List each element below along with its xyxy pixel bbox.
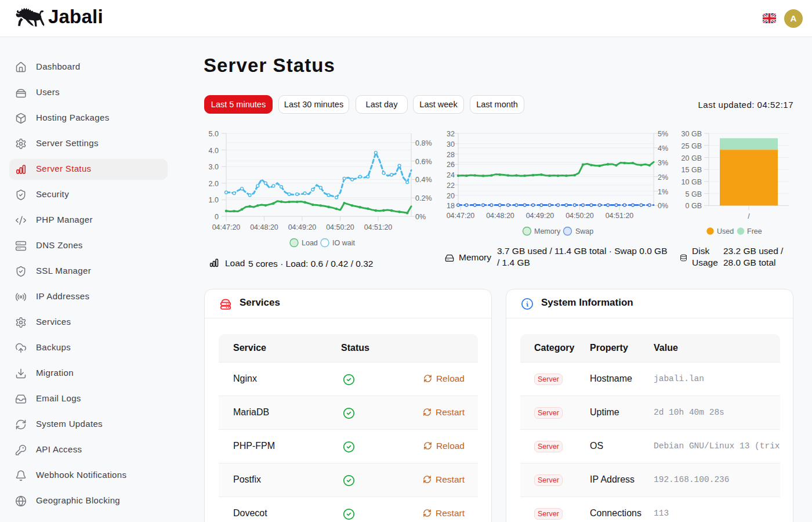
svg-text:0.8%: 0.8% [415, 139, 432, 147]
svg-text:IO wait: IO wait [332, 239, 355, 247]
svg-text:04:47:20: 04:47:20 [212, 223, 241, 231]
svg-text:18: 18 [447, 202, 455, 210]
svg-text:04:49:20: 04:49:20 [526, 212, 554, 220]
svg-text:04:51:20: 04:51:20 [364, 223, 393, 231]
svg-text:Swap: Swap [575, 227, 593, 235]
svg-text:2%: 2% [658, 173, 668, 182]
svg-text:0: 0 [215, 213, 219, 221]
svg-text:32: 32 [447, 130, 455, 138]
svg-text:3.0: 3.0 [209, 163, 219, 171]
svg-text:26: 26 [447, 161, 455, 169]
svg-text:30 GB: 30 GB [682, 130, 702, 138]
svg-text:04:48:20: 04:48:20 [250, 223, 278, 231]
svg-text:04:49:20: 04:49:20 [288, 223, 317, 231]
svg-text:4%: 4% [658, 144, 668, 153]
svg-text:04:51:20: 04:51:20 [606, 212, 634, 220]
svg-text:2.0: 2.0 [209, 180, 219, 188]
svg-text:5 GB: 5 GB [686, 190, 702, 198]
svg-text:0 GB: 0 GB [686, 202, 702, 210]
svg-text:Used: Used [717, 227, 734, 235]
svg-text:Load: Load [302, 239, 318, 247]
svg-text:Memory: Memory [534, 227, 561, 235]
svg-text:1.0: 1.0 [209, 196, 219, 204]
svg-text:0%: 0% [415, 213, 426, 221]
svg-text:28: 28 [447, 151, 455, 159]
svg-text:20 GB: 20 GB [682, 154, 702, 162]
svg-text:0.4%: 0.4% [415, 176, 432, 184]
svg-text:04:50:20: 04:50:20 [566, 212, 594, 220]
svg-text:25 GB: 25 GB [682, 142, 702, 150]
svg-text:04:48:20: 04:48:20 [486, 212, 514, 220]
svg-text:0%: 0% [658, 202, 668, 210]
svg-text:30: 30 [447, 140, 455, 148]
svg-text:1%: 1% [658, 188, 668, 196]
svg-text:/: / [748, 212, 750, 220]
svg-text:10 GB: 10 GB [682, 178, 702, 186]
svg-text:15 GB: 15 GB [682, 166, 702, 174]
svg-text:0.2%: 0.2% [415, 194, 432, 202]
svg-text:24: 24 [447, 171, 455, 179]
svg-text:22: 22 [447, 182, 455, 190]
svg-text:04:47:20: 04:47:20 [447, 212, 475, 220]
svg-text:04:50:20: 04:50:20 [326, 223, 354, 231]
svg-text:3%: 3% [658, 159, 668, 167]
svg-text:0.6%: 0.6% [415, 158, 432, 166]
svg-text:20: 20 [447, 192, 455, 200]
svg-text:4.0: 4.0 [209, 147, 219, 155]
svg-text:5.0: 5.0 [209, 130, 219, 138]
svg-text:Free: Free [747, 227, 762, 235]
svg-text:5%: 5% [658, 130, 668, 138]
